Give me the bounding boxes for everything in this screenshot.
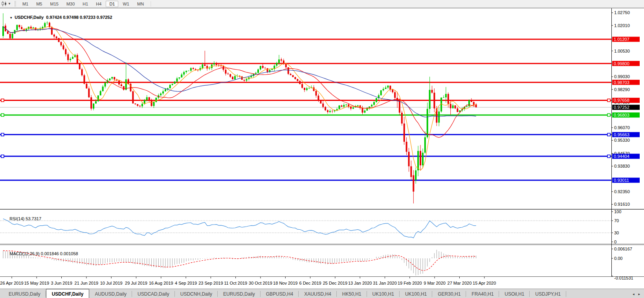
- level-line-handle-left[interactable]: [1, 113, 4, 116]
- timeframe-button-w1[interactable]: W1: [119, 1, 133, 7]
- candle-body: [46, 23, 48, 23]
- candle-body: [151, 101, 152, 106]
- candle-body: [352, 107, 354, 108]
- tabs-scroll-right-icon[interactable]: ▸: [638, 292, 640, 296]
- candle-body: [285, 64, 287, 67]
- candle-body: [262, 66, 264, 68]
- candle-body: [181, 75, 182, 77]
- price-axis-tick: 0.99030: [614, 74, 630, 79]
- candle-body: [144, 100, 145, 104]
- candle-body: [185, 71, 187, 72]
- tabs-scroll-left-icon[interactable]: ◂: [633, 292, 635, 296]
- toolbar-drag-handle[interactable]: [14, 1, 16, 7]
- candle-body: [102, 86, 104, 91]
- chart-tab-usdcad-daily[interactable]: USDCAD,Daily: [132, 289, 175, 298]
- level-line-handle-right[interactable]: [607, 99, 610, 102]
- candle-body: [276, 63, 277, 66]
- candle-body: [466, 106, 468, 107]
- candle-body: [155, 98, 157, 102]
- candle-body: [93, 104, 94, 109]
- chart-tab-xauusd-h4[interactable]: XAUUSD,H4: [299, 289, 337, 298]
- date-axis-label: 15 May 2019: [24, 281, 49, 285]
- chart-tab-audusd-daily[interactable]: AUDUSD,Daily: [89, 289, 132, 298]
- level-line-handle-left[interactable]: [1, 133, 4, 136]
- timeframe-toolbar: ▼ M1M5M15M30H1H4D1W1MN: [0, 0, 644, 8]
- date-axis-label: 23 Sep 2019: [198, 281, 223, 285]
- candle-body: [132, 91, 134, 104]
- date-axis-label: 3 Jun 2019: [51, 281, 72, 285]
- chart-tab-ger30-h1[interactable]: GER30,H1: [432, 289, 466, 298]
- timeframe-button-m30[interactable]: M30: [63, 1, 78, 7]
- candle-body: [111, 77, 113, 79]
- candle-body: [209, 68, 210, 68]
- candle-body: [471, 100, 472, 102]
- candle-body: [336, 109, 338, 110]
- candle-body: [44, 23, 46, 27]
- chart-tab-usdcnh-daily[interactable]: USDCNH,Daily: [175, 289, 218, 298]
- candle-body: [450, 104, 451, 108]
- date-axis-label: 16 Aug 2019: [149, 281, 173, 285]
- chart-type-dropdown-icon[interactable]: ▼: [8, 2, 11, 5]
- candle-body: [339, 106, 340, 109]
- date-axis-label: 19 Feb 2020: [398, 281, 422, 285]
- chart-tab-usdchf-daily[interactable]: USDCHF,Daily: [46, 289, 90, 298]
- candle-body: [401, 113, 403, 124]
- date-axis-label: 27 Mar 2020: [448, 281, 472, 285]
- chart-tab-uk100-h1[interactable]: UK100,H1: [367, 289, 400, 298]
- chart-tab-usoil-h1[interactable]: USOil,H1: [499, 289, 530, 298]
- timeframe-button-d1[interactable]: D1: [106, 1, 118, 7]
- chart-tab-gbpusd-h4[interactable]: GBPUSD,H4: [261, 289, 299, 298]
- candle-body: [406, 142, 407, 152]
- candle-body: [160, 93, 161, 95]
- candle-body: [364, 111, 365, 113]
- chart-tab-fra40-h1[interactable]: FRA40,H1: [466, 289, 499, 298]
- candle-body: [424, 137, 426, 153]
- level-line-handle-right[interactable]: [607, 133, 610, 136]
- candle-body: [183, 72, 185, 75]
- candle-body: [473, 102, 475, 105]
- candle-body: [394, 92, 396, 98]
- timeframe-button-m5[interactable]: M5: [33, 1, 46, 7]
- candle-body: [12, 34, 13, 38]
- level-line-handle-right[interactable]: [607, 155, 610, 158]
- candle-body: [304, 88, 305, 90]
- price-chart-canvas[interactable]: 1.027501.020101.005300.990300.982900.975…: [0, 8, 644, 289]
- candle-body: [18, 25, 20, 27]
- candle-body: [457, 108, 458, 112]
- price-label-text: 0.97658: [614, 98, 629, 102]
- candle-body: [431, 90, 433, 93]
- candle-body: [216, 63, 217, 65]
- candle-body: [232, 77, 233, 80]
- candle-body: [128, 79, 129, 84]
- candle-body: [39, 29, 41, 29]
- date-axis-label: 21 Jun 2019: [75, 281, 99, 285]
- chart-tab-usdjpy-h1[interactable]: USDJPY,H1: [530, 289, 566, 298]
- chart-tab-eurusd-daily[interactable]: EURUSD,Daily: [218, 289, 261, 298]
- candle-body: [70, 59, 71, 60]
- candle-body: [204, 64, 205, 66]
- timeframe-button-h1[interactable]: H1: [79, 1, 92, 7]
- timeframe-button-m1[interactable]: M1: [19, 1, 32, 7]
- chart-window[interactable]: 1.027501.020101.005300.990300.982900.975…: [0, 8, 644, 289]
- candle-body: [190, 68, 192, 71]
- timeframe-button-mn[interactable]: MN: [134, 1, 147, 7]
- candle-body: [413, 175, 414, 192]
- chart-tab-hk50-h1[interactable]: HK50,H1: [337, 289, 367, 298]
- candle-body: [433, 93, 435, 108]
- chart-tab-uk100-h1[interactable]: UK100,H1: [400, 289, 432, 298]
- date-axis-label: 10 Jul 2019: [100, 281, 123, 285]
- level-line-handle-left[interactable]: [1, 99, 4, 102]
- candle-body: [392, 90, 393, 92]
- timeframe-button-m15[interactable]: M15: [46, 1, 62, 7]
- level-line-handle-right[interactable]: [607, 113, 610, 116]
- chart-tab-eurusd-daily[interactable]: EURUSD,Daily: [3, 289, 46, 298]
- candle-body: [121, 84, 122, 86]
- date-axis-label: 13 Jan 2020: [348, 281, 372, 285]
- level-line-handle-left[interactable]: [1, 155, 4, 158]
- candle-body: [118, 80, 120, 84]
- timeframe-button-h4[interactable]: H4: [92, 1, 105, 7]
- candlestick-chart-icon[interactable]: [1, 1, 8, 7]
- candle-body: [146, 97, 148, 100]
- candle-body: [169, 85, 171, 88]
- candle-body: [227, 73, 229, 74]
